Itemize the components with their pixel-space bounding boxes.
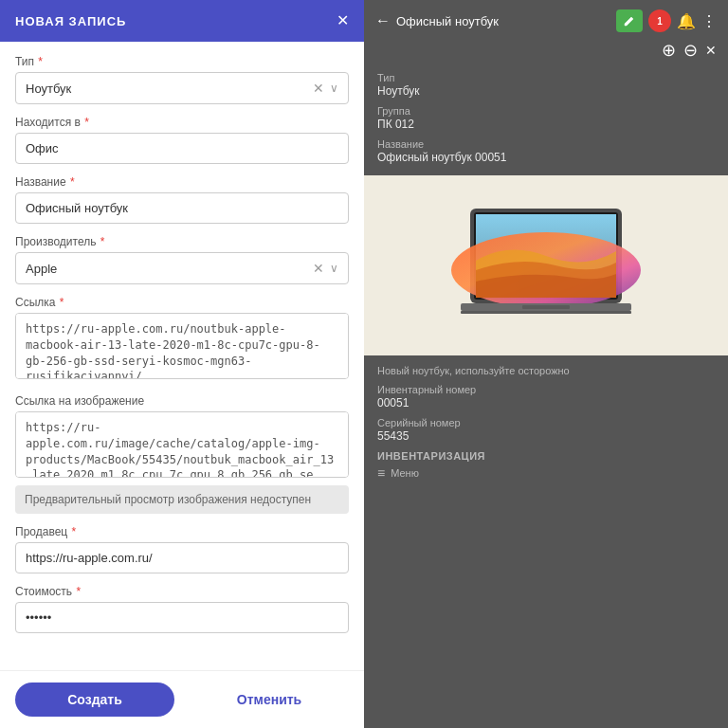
cost-label: Стоимость *: [15, 585, 349, 598]
manufacturer-select-value: Apple: [26, 262, 313, 276]
inventory-value: 00051: [377, 396, 715, 410]
form-footer: Создать Отменить: [0, 670, 364, 728]
inventory-label: Инвентарный номер: [377, 384, 715, 395]
zoom-controls: ⊕ ⊖ ✕: [364, 38, 728, 68]
manufacturer-field-group: Производитель * Apple ✕ ∨: [15, 235, 349, 284]
manufacturer-select[interactable]: Apple ✕ ∨: [15, 252, 349, 284]
manufacturer-clear-icon[interactable]: ✕: [313, 261, 324, 276]
close-zoom-button[interactable]: ✕: [705, 43, 717, 58]
type-field-group: Тип * Ноутбук ✕ ∨: [15, 55, 349, 104]
detail-header: ← Офисный ноутбук 1 🔔 ⋮: [364, 0, 728, 38]
detail-top-section: ← Офисный ноутбук 1 🔔 ⋮ ⊕ ⊖ ✕ Тип Ноутбу…: [364, 0, 728, 175]
type-select[interactable]: Ноутбук ✕ ∨: [15, 72, 349, 104]
type-clear-icon[interactable]: ✕: [313, 81, 324, 96]
name-input[interactable]: [15, 192, 349, 224]
more-options-button[interactable]: ⋮: [701, 12, 717, 30]
detail-bottom-section: Новый ноутбук, используйте осторожно Инв…: [364, 355, 728, 728]
group-info-value: ПК 012: [377, 118, 715, 131]
preview-unavailable-text: Предварительный просмотр изображения нед…: [15, 485, 349, 514]
type-select-value: Ноутбук: [26, 82, 313, 96]
name-info-value: Офисный ноутбук 00051: [377, 151, 715, 164]
form-title: НОВАЯ ЗАПИСЬ: [15, 14, 126, 28]
laptop-image-section: [364, 175, 728, 355]
new-record-panel: НОВАЯ ЗАПИСЬ ✕ Тип * Ноутбук ✕ ∨ Находит…: [0, 0, 364, 728]
seller-field-group: Продавец *: [15, 525, 349, 573]
link-label: Ссылка *: [15, 296, 349, 309]
seller-label: Продавец *: [15, 525, 349, 538]
name-label: Название *: [15, 175, 349, 189]
bottom-note-text: Новый ноутбук, используйте осторожно: [377, 365, 715, 376]
bell-button[interactable]: 🔔: [677, 12, 696, 30]
create-button[interactable]: Создать: [15, 682, 174, 717]
location-label: Находится в *: [15, 116, 349, 129]
edit-button[interactable]: [616, 9, 643, 32]
detail-nav: ← Офисный ноутбук: [375, 12, 499, 29]
zoom-out-button[interactable]: ⊖: [683, 40, 698, 61]
inventarization-title: ИНВЕНТАРИЗАЦИЯ: [377, 450, 715, 462]
image-link-input[interactable]: https://ru-apple.com.ru/image/cache/cata…: [15, 411, 349, 478]
link-input[interactable]: https://ru-apple.com.ru/noutbuk-apple-ma…: [15, 313, 349, 379]
type-info-label: Тип: [377, 72, 715, 83]
name-info-label: Название: [377, 138, 715, 150]
serial-label: Серийный номер: [377, 417, 715, 428]
detail-top-info: Тип Ноутбук Группа ПК 012 Название Офисн…: [364, 68, 728, 175]
type-info-value: Ноутбук: [377, 84, 715, 98]
detail-actions: 1 🔔 ⋮: [616, 9, 717, 32]
type-label: Тип *: [15, 55, 349, 68]
serial-value: 55435: [377, 429, 715, 443]
group-info-label: Группа: [377, 105, 715, 117]
menu-icon: ≡: [377, 465, 385, 481]
notification-badge[interactable]: 1: [648, 9, 671, 32]
cancel-button[interactable]: Отменить: [190, 682, 349, 717]
link-field-group: Ссылка * https://ru-apple.com.ru/noutbuk…: [15, 296, 349, 383]
manufacturer-chevron-icon[interactable]: ∨: [330, 262, 338, 275]
inventarization-section: ИНВЕНТАРИЗАЦИЯ: [377, 450, 715, 462]
close-form-button[interactable]: ✕: [337, 13, 349, 28]
form-header: НОВАЯ ЗАПИСЬ ✕: [0, 0, 364, 42]
location-input[interactable]: [15, 133, 349, 164]
type-chevron-icon[interactable]: ∨: [330, 82, 338, 95]
detail-panel: ← Офисный ноутбук 1 🔔 ⋮ ⊕ ⊖ ✕ Тип Ноутбу…: [364, 0, 728, 728]
cost-input[interactable]: [15, 602, 349, 633]
bottom-menu[interactable]: ≡ Меню: [377, 465, 715, 481]
zoom-in-button[interactable]: ⊕: [662, 40, 676, 61]
svg-rect-6: [522, 305, 570, 309]
edit-icon: [623, 14, 636, 27]
manufacturer-label: Производитель *: [15, 235, 349, 248]
laptop-image: [451, 204, 641, 327]
cost-field-group: Стоимость *: [15, 585, 349, 633]
image-link-field-group: Ссылка на изображение https://ru-apple.c…: [15, 394, 349, 514]
detail-title: Офисный ноутбук: [396, 14, 499, 28]
form-body: Тип * Ноутбук ✕ ∨ Находится в * Название…: [0, 42, 364, 670]
menu-label: Меню: [391, 467, 419, 479]
seller-input[interactable]: [15, 542, 349, 573]
back-button[interactable]: ←: [375, 12, 391, 29]
name-field-group: Название *: [15, 175, 349, 224]
image-link-label: Ссылка на изображение: [15, 394, 349, 408]
location-field-group: Находится в *: [15, 116, 349, 164]
svg-rect-5: [461, 311, 631, 314]
